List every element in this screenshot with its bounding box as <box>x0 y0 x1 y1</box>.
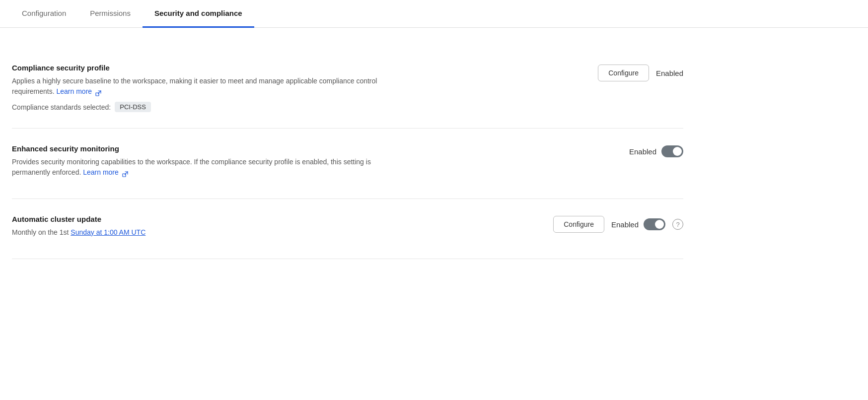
tab-security[interactable]: Security and compliance <box>143 0 254 28</box>
cluster-update-controls: Configure Enabled ? <box>553 215 683 233</box>
main-content: Compliance security profile Applies a hi… <box>0 28 695 271</box>
enhanced-security-toggle-wrapper: Enabled <box>629 145 683 157</box>
compliance-security-profile-section: Compliance security profile Applies a hi… <box>12 48 683 129</box>
help-icon[interactable]: ? <box>672 219 683 230</box>
enhanced-security-monitoring-section: Enhanced security monitoring Provides se… <box>12 129 683 199</box>
enhanced-security-status: Enabled <box>629 147 656 156</box>
cluster-update-title: Automatic cluster update <box>12 215 399 223</box>
enhanced-security-learn-more[interactable]: Learn more <box>83 168 128 176</box>
enhanced-security-desc: Provides security monitoring capabilitie… <box>12 157 399 178</box>
compliance-profile-controls: Configure Enabled <box>598 64 683 81</box>
tab-permissions[interactable]: Permissions <box>78 0 143 28</box>
section-left: Compliance security profile Applies a hi… <box>12 64 399 112</box>
enhanced-security-toggle[interactable] <box>661 145 683 157</box>
compliance-profile-title: Compliance security profile <box>12 64 399 72</box>
compliance-profile-status: Enabled <box>656 69 683 77</box>
enhanced-security-controls: Enabled <box>629 144 683 157</box>
enhanced-security-title: Enhanced security monitoring <box>12 144 399 153</box>
toggle-slider <box>661 145 683 157</box>
tabs-nav: Configuration Permissions Security and c… <box>0 0 868 28</box>
external-link-icon <box>95 89 101 95</box>
automatic-cluster-update-section: Automatic cluster update Monthly on the … <box>12 199 683 259</box>
schedule-link[interactable]: Sunday at 1:00 AM UTC <box>71 228 145 236</box>
compliance-profile-configure-button[interactable]: Configure <box>598 65 649 81</box>
cluster-update-schedule: Monthly on the 1st Sunday at 1:00 AM UTC <box>12 227 399 238</box>
section-left-3: Automatic cluster update Monthly on the … <box>12 215 399 243</box>
compliance-standards: Compliance standards selected: PCI-DSS <box>12 102 399 112</box>
compliance-profile-desc: Applies a highly secure baseline to the … <box>12 76 399 97</box>
compliance-profile-learn-more[interactable]: Learn more <box>56 87 101 95</box>
cluster-update-status: Enabled <box>611 220 639 229</box>
external-link-icon-2 <box>122 170 128 176</box>
cluster-update-toggle[interactable] <box>644 218 665 230</box>
section-left-2: Enhanced security monitoring Provides se… <box>12 144 399 183</box>
cluster-update-toggle-wrapper: Enabled <box>611 218 665 230</box>
tab-configuration[interactable]: Configuration <box>10 0 78 28</box>
pci-dss-badge: PCI-DSS <box>115 102 151 112</box>
toggle-slider-2 <box>644 218 665 230</box>
cluster-update-configure-button[interactable]: Configure <box>553 216 604 233</box>
